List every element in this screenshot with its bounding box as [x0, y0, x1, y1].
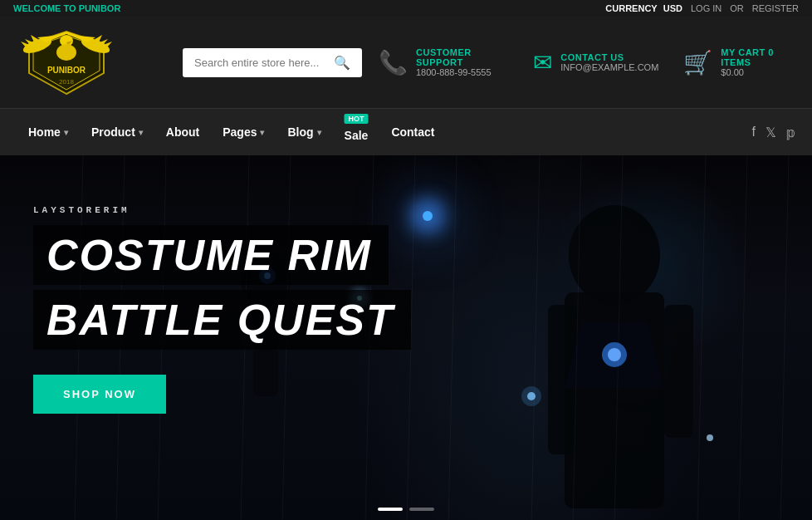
dot-1[interactable] — [378, 508, 403, 511]
hero-title2: BATTLE QUEST — [46, 298, 394, 341]
cart-label: MY CART 0 ITEMS — [721, 47, 795, 67]
nav-about[interactable]: About — [154, 112, 211, 152]
logo[interactable]: PUNIBOR 2018 — [17, 25, 116, 100]
header-info: 📞 CUSTOMER SUPPORT 1800-888-99-5555 ✉ CO… — [379, 47, 795, 77]
support-label: CUSTOMER SUPPORT — [416, 47, 508, 67]
top-bar-right: CURRENCY USD LOG IN OR REGISTER — [605, 3, 799, 13]
dot-2[interactable] — [409, 508, 434, 511]
contact-email: INFO@EXAMPLE.COM — [560, 62, 658, 72]
customer-support-block: 📞 CUSTOMER SUPPORT 1800-888-99-5555 — [379, 47, 508, 77]
site-header: PUNIBOR 2018 🔍 📞 CUSTOMER SUPPORT 1800-8… — [0, 17, 812, 108]
hero-title1: COSTUME RIM — [46, 233, 372, 277]
nav-pages[interactable]: Pages ▾ — [211, 112, 276, 152]
search-bar: 🔍 — [183, 48, 362, 77]
cart-amount: $0.00 — [721, 67, 795, 77]
nav-product[interactable]: Product ▾ — [80, 112, 154, 152]
contact-block: ✉ CONTACT US INFO@EXAMPLE.COM — [533, 49, 658, 76]
nav-social: f 𝕏 𝕡 — [752, 125, 795, 140]
pinterest-icon[interactable]: 𝕡 — [786, 125, 795, 140]
email-icon: ✉ — [533, 49, 552, 76]
top-bar: WELCOME TO PUNIBOR CURRENCY USD LOG IN O… — [0, 0, 812, 17]
nav-left: Home ▾ Product ▾ About Pages ▾ Blog ▾ HO… — [17, 109, 752, 155]
brand-name: PUNIBOR — [79, 3, 121, 13]
support-phone: 1800-888-99-5555 — [416, 67, 508, 77]
hero-title1-box: COSTUME RIM — [33, 225, 389, 285]
nav-blog[interactable]: Blog ▾ — [276, 112, 332, 152]
nav-bar: Home ▾ Product ▾ About Pages ▾ Blog ▾ HO… — [0, 108, 812, 155]
hero-title2-box: BATTLE QUEST — [33, 290, 411, 350]
register-link[interactable]: REGISTER — [752, 3, 799, 13]
search-button[interactable]: 🔍 — [334, 55, 350, 71]
nav-sale[interactable]: HOT Sale — [333, 109, 380, 155]
nav-home[interactable]: Home ▾ — [17, 112, 80, 152]
svg-point-13 — [56, 44, 76, 61]
twitter-icon[interactable]: 𝕏 — [766, 125, 776, 140]
contact-label: CONTACT US — [560, 52, 658, 62]
phone-icon: 📞 — [379, 49, 408, 76]
search-input[interactable] — [194, 56, 334, 69]
svg-text:PUNIBOR: PUNIBOR — [47, 66, 86, 75]
blog-caret: ▾ — [317, 128, 321, 137]
cart-icon: 🛒 — [683, 49, 712, 76]
nav-contact[interactable]: Contact — [379, 112, 446, 152]
pages-caret: ▾ — [260, 128, 264, 137]
product-caret: ▾ — [139, 128, 143, 137]
hero-section: LAYSTORERIM COSTUME RIM BATTLE QUEST SHO… — [0, 155, 812, 520]
svg-text:2018: 2018 — [59, 78, 74, 86]
login-link[interactable]: LOG IN — [691, 3, 722, 13]
slider-dots — [378, 508, 434, 511]
home-caret: ▾ — [64, 128, 68, 137]
welcome-message: WELCOME TO PUNIBOR — [13, 3, 120, 13]
hero-subtitle: LAYSTORERIM — [33, 205, 779, 215]
facebook-icon[interactable]: f — [752, 125, 756, 140]
shop-now-button[interactable]: SHOP NOW — [33, 375, 166, 414]
cart-block[interactable]: 🛒 MY CART 0 ITEMS $0.00 — [683, 47, 795, 77]
hero-content: LAYSTORERIM COSTUME RIM BATTLE QUEST SHO… — [0, 155, 812, 464]
currency-label: CURRENCY USD — [605, 3, 682, 13]
hot-badge: HOT — [345, 114, 369, 124]
